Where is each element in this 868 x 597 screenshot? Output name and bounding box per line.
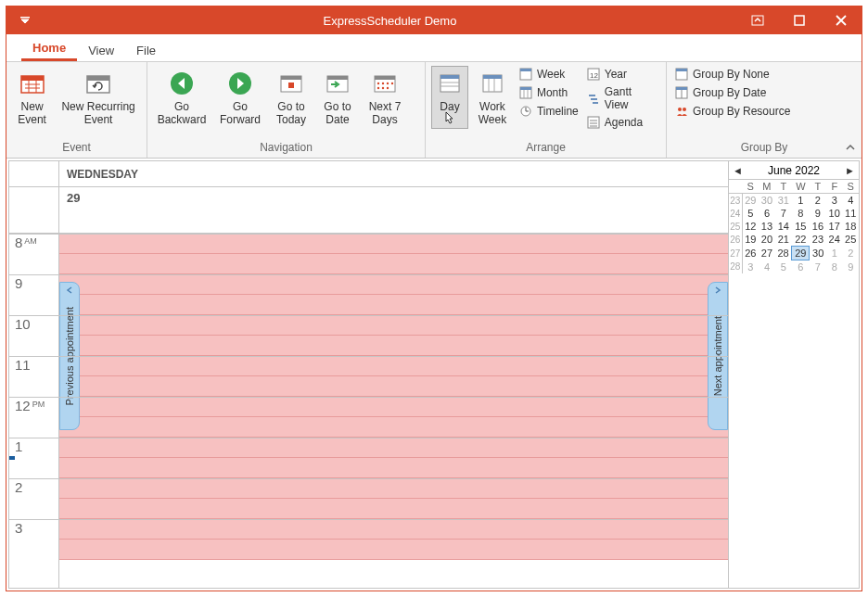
- svg-rect-15: [288, 83, 294, 88]
- time-ruler: 8AM9101112PM123: [9, 234, 59, 588]
- title-bar: ExpressScheduler Demo: [6, 6, 862, 34]
- minical-day[interactable]: 25: [842, 233, 859, 247]
- minical-title[interactable]: June 2022: [768, 164, 820, 177]
- minical-nav: ◄ June 2022 ►: [729, 161, 859, 180]
- minical-day[interactable]: 2: [842, 247, 859, 260]
- minical-day[interactable]: 29: [742, 194, 759, 208]
- hour-label: 3: [9, 519, 58, 536]
- hour-label: 9: [9, 274, 58, 291]
- minical-day[interactable]: 20: [759, 233, 774, 247]
- mini-calendar[interactable]: SMTWTFS232930311234245678910112512131415…: [729, 180, 859, 273]
- ribbon-display-button[interactable]: [736, 6, 778, 34]
- minical-day[interactable]: 4: [759, 260, 774, 274]
- gantt-icon: [586, 91, 601, 106]
- day-header[interactable]: WEDNESDAY: [59, 168, 138, 181]
- minical-day[interactable]: 19: [742, 233, 759, 247]
- minical-day[interactable]: 9: [842, 260, 859, 274]
- svg-point-24: [377, 87, 379, 89]
- minical-day[interactable]: 4: [842, 194, 859, 208]
- work-week-button[interactable]: Work Week: [472, 66, 513, 129]
- arrow-left-icon: [167, 69, 197, 98]
- tab-home[interactable]: Home: [21, 36, 77, 61]
- minical-day[interactable]: 14: [775, 220, 792, 233]
- new-event-button[interactable]: New Event: [12, 66, 52, 129]
- tab-file[interactable]: File: [125, 39, 167, 61]
- group-by-resource-button[interactable]: Group By Resource: [672, 103, 792, 120]
- minical-day[interactable]: 18: [842, 220, 859, 233]
- minical-day[interactable]: 1: [792, 194, 810, 208]
- group-by-none-button[interactable]: Group By None: [672, 66, 792, 83]
- minical-day[interactable]: 21: [775, 233, 792, 247]
- appointment-area[interactable]: Previous appointment Next appointment: [59, 234, 728, 588]
- week-icon: [518, 67, 533, 82]
- month-view-button[interactable]: Month: [517, 84, 581, 101]
- hour-label: 11: [9, 356, 58, 373]
- minical-day[interactable]: 28: [775, 247, 792, 260]
- svg-rect-10: [87, 76, 109, 81]
- day-icon: [435, 69, 465, 98]
- tab-view[interactable]: View: [77, 39, 125, 61]
- minical-day[interactable]: 2: [810, 194, 826, 208]
- month-icon: [518, 85, 533, 100]
- minical-day[interactable]: 10: [826, 207, 842, 220]
- minical-day[interactable]: 23: [810, 233, 826, 247]
- week-number: 23: [729, 194, 742, 208]
- maximize-button[interactable]: [778, 6, 820, 34]
- next-month-button[interactable]: ►: [845, 165, 855, 176]
- minical-day[interactable]: 27: [759, 247, 774, 260]
- minical-day[interactable]: 26: [742, 247, 759, 260]
- collapse-ribbon-button[interactable]: [845, 143, 856, 154]
- minical-day[interactable]: 12: [742, 220, 759, 233]
- all-day-row[interactable]: 29: [9, 187, 728, 234]
- minical-day[interactable]: 3: [742, 260, 759, 274]
- timeline-view-button[interactable]: Timeline: [517, 103, 581, 120]
- minical-day[interactable]: 16: [810, 220, 826, 233]
- minical-day[interactable]: 3: [826, 194, 842, 208]
- svg-rect-2: [795, 16, 804, 25]
- qat-dropdown[interactable]: [6, 17, 44, 24]
- minical-day[interactable]: 5: [775, 260, 792, 274]
- minical-day[interactable]: 5: [742, 207, 759, 220]
- work-week-label: Work Week: [479, 100, 506, 126]
- minical-day[interactable]: 6: [792, 260, 810, 274]
- minical-day[interactable]: 31: [775, 194, 792, 208]
- minical-day[interactable]: 9: [810, 207, 826, 220]
- minical-day[interactable]: 22: [792, 233, 810, 247]
- svg-rect-19: [375, 76, 395, 80]
- prev-month-button[interactable]: ◄: [733, 165, 743, 176]
- minical-day[interactable]: 29: [792, 247, 810, 260]
- week-number: 26: [729, 233, 742, 247]
- minical-day[interactable]: 8: [792, 207, 810, 220]
- go-forward-button[interactable]: Go Forward: [214, 66, 266, 129]
- time-grid[interactable]: 8AM9101112PM123 Previous appointment Nex…: [9, 234, 728, 588]
- minical-day[interactable]: 24: [826, 233, 842, 247]
- minical-day[interactable]: 7: [775, 207, 792, 220]
- year-view-button[interactable]: 12Year: [584, 66, 660, 83]
- go-backward-button[interactable]: Go Backward: [153, 66, 211, 129]
- minical-day[interactable]: 15: [792, 220, 810, 233]
- new-recurring-event-button[interactable]: New Recurring Event: [56, 66, 141, 129]
- group-by-date-button[interactable]: Group By Date: [672, 84, 792, 101]
- day-view-button[interactable]: Day: [431, 66, 468, 129]
- week-view-button[interactable]: Week: [517, 66, 581, 83]
- agenda-view-button[interactable]: Agenda: [584, 114, 660, 131]
- svg-point-26: [387, 87, 389, 89]
- next-7-days-button[interactable]: Next 7 Days: [363, 66, 407, 129]
- agenda-icon: [586, 115, 601, 130]
- close-button[interactable]: [820, 6, 862, 34]
- go-today-button[interactable]: Go to Today: [270, 66, 313, 129]
- minical-day[interactable]: 17: [826, 220, 842, 233]
- gantt-view-button[interactable]: Gantt View: [584, 84, 660, 112]
- minical-day[interactable]: 7: [810, 260, 826, 274]
- new-event-label: New Event: [18, 100, 46, 126]
- minical-day[interactable]: 1: [826, 247, 842, 260]
- minical-day[interactable]: 11: [842, 207, 859, 220]
- minical-day[interactable]: 8: [826, 260, 842, 274]
- svg-point-20: [377, 83, 379, 84]
- minical-day[interactable]: 6: [759, 207, 774, 220]
- group-none-icon: [674, 67, 689, 82]
- go-to-date-button[interactable]: Go to Date: [316, 66, 359, 129]
- minical-day[interactable]: 30: [759, 194, 774, 208]
- minical-day[interactable]: 30: [810, 247, 826, 260]
- minical-day[interactable]: 13: [759, 220, 774, 233]
